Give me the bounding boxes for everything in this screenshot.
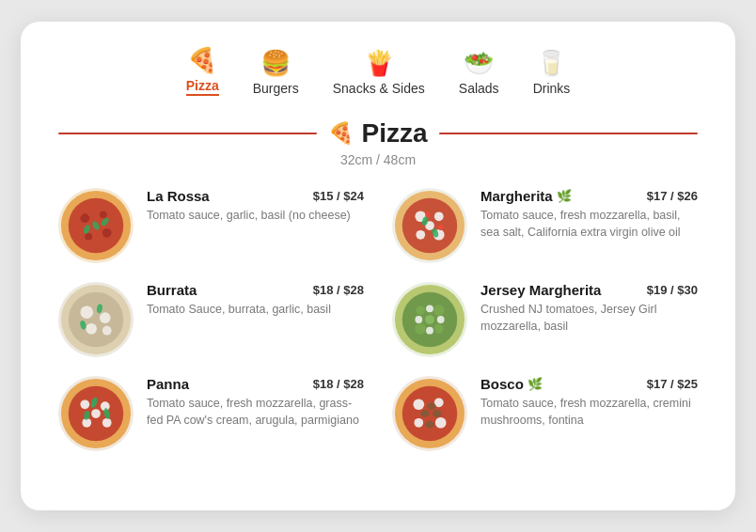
svg-point-12: [434, 211, 444, 221]
burrata-name: Burrata: [147, 282, 197, 298]
svg-point-18: [425, 211, 431, 217]
menu-item-jersey-margherita[interactable]: Jersey Margherita $19 / $30 Crushed NJ t…: [392, 282, 698, 357]
la-rossa-name: La Rossa: [147, 188, 210, 204]
margherita-name: Margherita🌿: [480, 188, 572, 204]
svg-point-55: [420, 410, 430, 417]
svg-point-54: [414, 418, 423, 428]
snacks-nav-icon: 🍟: [364, 51, 394, 75]
svg-point-45: [91, 409, 101, 418]
bosco-badge-icon: 🌿: [528, 377, 543, 391]
menu-item-la-rossa[interactable]: La Rossa $15 / $24 Tomato sauce, garlic,…: [58, 188, 364, 263]
margherita-description: Tomato sauce, fresh mozzarella, basil, s…: [480, 207, 698, 241]
svg-point-53: [435, 417, 447, 429]
svg-point-38: [426, 327, 433, 335]
menu-item-bosco[interactable]: Bosco🌿 $17 / $25 Tomato sauce, fresh moz…: [392, 376, 698, 451]
pizza-nav-label: Pizza: [186, 78, 219, 96]
svg-point-24: [86, 323, 97, 335]
section-pizza-icon: 🍕: [328, 121, 354, 146]
menu-grid: La Rossa $15 / $24 Tomato sauce, garlic,…: [58, 188, 698, 451]
la-rossa-image: [58, 188, 134, 263]
nav-item-snacks[interactable]: 🍟 Snacks & Sides: [333, 51, 425, 96]
panna-price: $18 / $28: [313, 377, 364, 391]
burrata-description: Tomato Sauce, burrata, garlic, basil: [147, 301, 364, 318]
menu-item-panna[interactable]: Panna $18 / $28 Tomato sauce, fresh mozz…: [58, 376, 364, 451]
bosco-info: Bosco🌿 $17 / $25 Tomato sauce, fresh moz…: [480, 376, 698, 429]
menu-card: 🍕 Pizza 🍔 Burgers 🍟 Snacks & Sides 🥗 Sal…: [21, 22, 735, 510]
svg-point-4: [102, 228, 112, 238]
svg-point-21: [69, 292, 124, 348]
svg-point-33: [434, 324, 444, 334]
panna-description: Tomato sauce, fresh mozzarella, grass-fe…: [147, 395, 364, 429]
margherita-info: Margherita🌿 $17 / $26 Tomato sauce, fres…: [480, 188, 698, 241]
svg-point-19: [438, 225, 444, 230]
bosco-name: Bosco🌿: [480, 376, 543, 392]
margherita-badge-icon: 🌿: [557, 189, 572, 203]
jersey-margherita-price: $19 / $30: [647, 283, 698, 297]
panna-info: Panna $18 / $28 Tomato sauce, fresh mozz…: [147, 376, 364, 429]
la-rossa-info: La Rossa $15 / $24 Tomato sauce, garlic,…: [147, 188, 364, 224]
panna-name-row: Panna $18 / $28: [147, 376, 364, 392]
jersey-margherita-name: Jersey Margherita: [480, 282, 601, 298]
svg-point-51: [413, 399, 424, 410]
svg-point-41: [80, 399, 89, 409]
svg-point-36: [437, 316, 445, 323]
salads-nav-label: Salads: [459, 81, 499, 96]
burrata-info: Burrata $18 / $28 Tomato Sauce, burrata,…: [147, 282, 364, 318]
svg-point-22: [80, 305, 93, 319]
la-rossa-price: $15 / $24: [313, 189, 364, 203]
burgers-nav-icon: 🍔: [260, 51, 291, 75]
panna-name: Panna: [147, 376, 189, 392]
nav-item-pizza[interactable]: 🍕 Pizza: [186, 48, 219, 96]
svg-point-23: [100, 312, 111, 323]
svg-point-5: [85, 233, 92, 241]
svg-point-3: [100, 211, 107, 218]
jersey-margherita-info: Jersey Margherita $19 / $30 Crushed NJ t…: [480, 282, 698, 335]
menu-item-margherita[interactable]: Margherita🌿 $17 / $26 Tomato sauce, fres…: [392, 188, 698, 263]
nav-item-salads[interactable]: 🥗 Salads: [459, 51, 499, 96]
svg-point-35: [415, 316, 422, 323]
svg-point-57: [425, 421, 434, 429]
margherita-price: $17 / $26: [647, 189, 698, 203]
bosco-image: [392, 376, 467, 451]
la-rossa-description: Tomato sauce, garlic, basil (no cheese): [147, 207, 364, 224]
svg-point-58: [427, 402, 436, 410]
jersey-margherita-image: [392, 282, 467, 357]
menu-item-burrata[interactable]: Burrata $18 / $28 Tomato Sauce, burrata,…: [58, 282, 364, 357]
section-header: 🍕 Pizza: [58, 118, 698, 149]
bosco-price: $17 / $25: [647, 377, 698, 391]
section-title: 🍕 Pizza: [328, 118, 427, 149]
svg-point-56: [433, 410, 442, 417]
panna-image: [58, 376, 134, 451]
category-nav: 🍕 Pizza 🍔 Burgers 🍟 Snacks & Sides 🥗 Sal…: [58, 48, 698, 96]
svg-point-34: [425, 315, 434, 324]
svg-point-2: [80, 213, 89, 223]
jersey-margherita-description: Crushed NJ tomatoes, Jersey Girl mozzare…: [480, 301, 698, 335]
bosco-description: Tomato sauce, fresh mozzarella, cremini …: [480, 395, 698, 429]
section-subtitle: 32cm / 48cm: [58, 152, 698, 167]
svg-point-31: [433, 305, 445, 316]
burrata-price: $18 / $28: [313, 283, 364, 297]
la-rossa-name-row: La Rossa $15 / $24: [147, 188, 364, 204]
svg-point-25: [102, 326, 112, 336]
jersey-margherita-name-row: Jersey Margherita $19 / $30: [480, 282, 698, 298]
margherita-name-row: Margherita🌿 $17 / $26: [480, 188, 698, 204]
snacks-nav-label: Snacks & Sides: [333, 81, 425, 96]
svg-point-13: [416, 230, 425, 240]
svg-point-30: [416, 305, 425, 315]
svg-point-37: [426, 305, 433, 312]
drinks-nav-label: Drinks: [533, 81, 571, 96]
pizza-nav-icon: 🍕: [187, 48, 217, 72]
bosco-name-row: Bosco🌿 $17 / $25: [480, 376, 698, 392]
nav-item-burgers[interactable]: 🍔 Burgers: [253, 51, 299, 96]
nav-item-drinks[interactable]: 🥛 Drinks: [533, 51, 571, 96]
svg-point-32: [415, 323, 426, 335]
burgers-nav-label: Burgers: [253, 81, 299, 96]
svg-point-43: [102, 418, 112, 428]
drinks-nav-icon: 🥛: [536, 51, 566, 75]
burrata-name-row: Burrata $18 / $28: [147, 282, 364, 298]
salads-nav-icon: 🥗: [464, 51, 494, 75]
burrata-image: [58, 282, 134, 357]
margherita-image: [392, 188, 467, 263]
